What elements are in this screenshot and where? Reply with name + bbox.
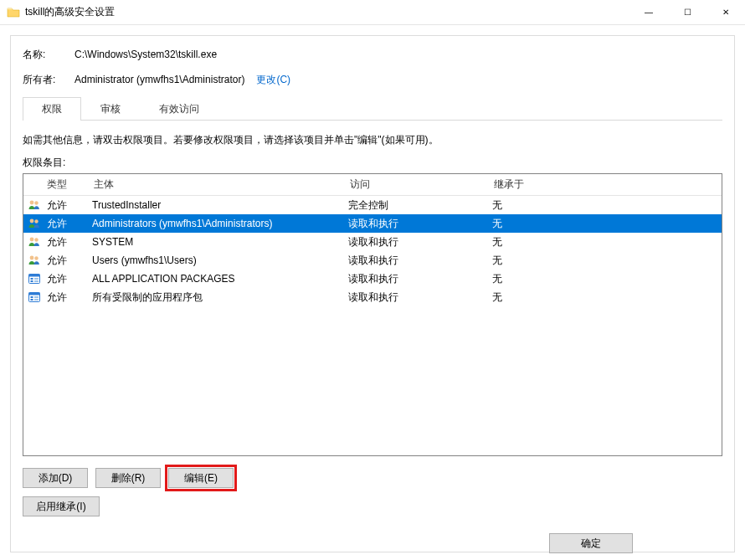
cell-inherit: 无: [492, 290, 722, 305]
svg-point-5: [34, 238, 38, 241]
cell-type: 允许: [45, 254, 92, 268]
col-access[interactable]: 访问: [348, 177, 492, 192]
cell-access: 读取和执行: [348, 290, 492, 305]
table-row[interactable]: 允许Users (ymwfhs1\Users)读取和执行无: [23, 251, 722, 270]
package-icon: [23, 290, 45, 304]
tabs: 权限 审核 有效访问: [23, 96, 722, 121]
table-row[interactable]: 允许Administrators (ymwfhs1\Administrators…: [23, 214, 722, 233]
table-row[interactable]: 允许TrustedInstaller完全控制无: [23, 196, 722, 214]
folder-icon: [7, 6, 20, 19]
users-icon: [23, 235, 45, 249]
svg-point-7: [34, 256, 38, 259]
users-icon: [23, 254, 45, 267]
cell-type: 允许: [45, 290, 92, 305]
svg-point-4: [30, 238, 34, 242]
close-button[interactable]: ✕: [706, 0, 745, 25]
tab-effective-access[interactable]: 有效访问: [140, 97, 218, 121]
maximize-button[interactable]: ☐: [668, 0, 706, 25]
titlebar: tskill的高级安全设置 — ☐ ✕: [0, 0, 745, 25]
edit-button[interactable]: 编辑(E): [168, 468, 234, 488]
svg-rect-11: [31, 280, 33, 282]
window-controls: — ☐ ✕: [629, 0, 745, 25]
ok-button[interactable]: 确定: [549, 533, 633, 553]
table-row[interactable]: 允许所有受限制的应用程序包读取和执行无: [23, 288, 722, 306]
svg-rect-13: [34, 280, 39, 282]
cell-inherit: 无: [492, 254, 722, 268]
cell-inherit: 无: [492, 217, 722, 231]
svg-point-1: [34, 201, 38, 204]
cell-access: 完全控制: [348, 198, 492, 213]
svg-point-6: [30, 256, 34, 260]
svg-rect-10: [31, 278, 33, 280]
name-value: C:\Windows\System32\tskill.exe: [74, 46, 217, 63]
cell-principal: SYSTEM: [92, 236, 348, 248]
svg-point-0: [30, 201, 34, 205]
svg-point-3: [34, 219, 38, 223]
svg-rect-19: [34, 299, 39, 301]
cell-principal: 所有受限制的应用程序包: [92, 290, 348, 305]
cell-principal: TrustedInstaller: [92, 199, 348, 211]
svg-point-2: [30, 219, 34, 223]
minimize-button[interactable]: —: [629, 0, 668, 25]
svg-rect-12: [34, 278, 39, 280]
users-icon: [23, 198, 45, 212]
table-row[interactable]: 允许SYSTEM读取和执行无: [23, 233, 722, 251]
cell-access: 读取和执行: [348, 217, 492, 231]
cell-principal: Administrators (ymwfhs1\Administrators): [92, 218, 348, 229]
table-header: 类型 主体 访问 继承于: [23, 174, 722, 196]
cell-principal: Users (ymwfhs1\Users): [92, 254, 348, 266]
package-icon: [23, 272, 45, 285]
col-type[interactable]: 类型: [45, 177, 92, 192]
svg-rect-15: [29, 293, 40, 295]
cell-inherit: 无: [492, 198, 722, 213]
col-principal[interactable]: 主体: [92, 177, 348, 192]
permission-entries-label: 权限条目:: [23, 156, 722, 170]
instruction-text: 如需其他信息，请双击权限项目。若要修改权限项目，请选择该项目并单击"编辑"(如果…: [23, 132, 722, 147]
svg-rect-18: [34, 296, 39, 298]
cell-type: 允许: [45, 272, 92, 286]
tab-audit[interactable]: 审核: [81, 97, 140, 121]
name-label: 名称:: [23, 46, 74, 63]
permission-table[interactable]: 类型 主体 访问 继承于 允许TrustedInstaller完全控制无允许Ad…: [23, 173, 722, 456]
cell-inherit: 无: [492, 235, 722, 249]
action-buttons: 添加(D) 删除(R) 编辑(E): [23, 468, 722, 488]
cell-inherit: 无: [492, 272, 722, 286]
cell-principal: ALL APPLICATION PACKAGES: [92, 273, 348, 285]
users-icon: [23, 217, 45, 230]
cell-access: 读取和执行: [348, 235, 492, 249]
svg-rect-9: [29, 275, 40, 277]
name-row: 名称: C:\Windows\System32\tskill.exe: [23, 46, 722, 63]
cell-type: 允许: [45, 217, 92, 231]
enable-inheritance-button[interactable]: 启用继承(I): [23, 496, 100, 516]
owner-label: 所有者:: [23, 71, 74, 88]
remove-button[interactable]: 删除(R): [95, 468, 161, 488]
table-row[interactable]: 允许ALL APPLICATION PACKAGES读取和执行无: [23, 270, 722, 288]
svg-rect-16: [31, 296, 33, 298]
change-owner-link[interactable]: 更改(C): [256, 71, 290, 88]
cell-type: 允许: [45, 235, 92, 249]
cell-type: 允许: [45, 198, 92, 213]
svg-rect-17: [31, 299, 33, 301]
add-button[interactable]: 添加(D): [23, 468, 88, 488]
cell-access: 读取和执行: [348, 254, 492, 268]
owner-value: Administrator (ymwfhs1\Administrator): [74, 71, 244, 88]
cell-access: 读取和执行: [348, 272, 492, 286]
col-inherit[interactable]: 继承于: [492, 177, 722, 192]
owner-row: 所有者: Administrator (ymwfhs1\Administrato…: [23, 71, 722, 88]
dialog-footer: 确定: [549, 533, 725, 553]
inherit-buttons: 启用继承(I): [23, 496, 722, 516]
tab-permissions[interactable]: 权限: [23, 97, 81, 121]
dialog-body: 名称: C:\Windows\System32\tskill.exe 所有者: …: [10, 35, 735, 552]
window-title: tskill的高级安全设置: [25, 5, 629, 19]
